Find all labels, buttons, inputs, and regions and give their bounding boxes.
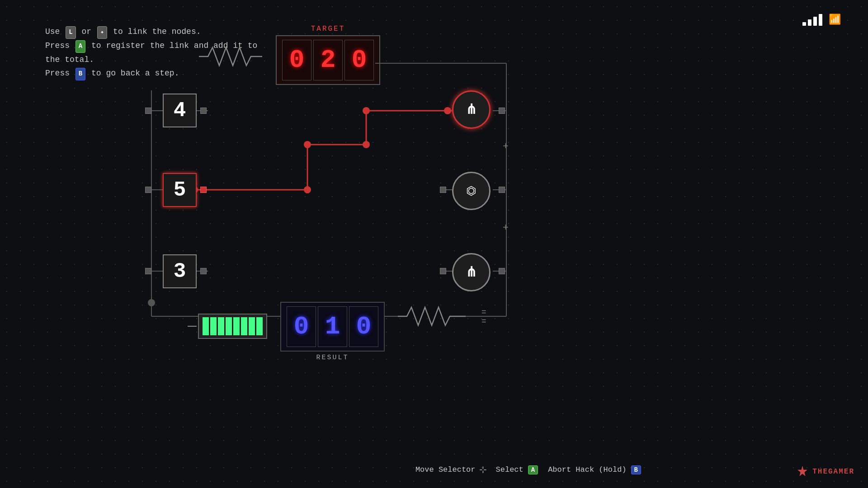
svg-point-34 — [148, 299, 155, 306]
target-digit-2: 0 — [344, 40, 374, 80]
grid-node — [145, 108, 151, 114]
signal-bar-3 — [813, 17, 817, 26]
signal-bar-2 — [808, 19, 811, 26]
grid-node — [499, 108, 505, 114]
grid-node — [499, 268, 505, 274]
grid-node — [440, 187, 446, 193]
grid-node — [145, 187, 151, 193]
target-digit-0: 0 — [282, 40, 311, 80]
move-selector-group: Move Selector ⊹ — [415, 464, 487, 475]
signal-bar-4 — [819, 14, 822, 26]
number-node-3[interactable]: 3 — [163, 254, 197, 288]
battery-bar-8 — [256, 317, 263, 335]
abort-label: Abort Hack (Hold) — [548, 465, 626, 474]
component-icon-top: ⋔ — [466, 101, 477, 118]
component-circle-middle[interactable]: ⏣ — [452, 172, 491, 210]
number-node-5[interactable]: 5 — [163, 173, 197, 207]
select-key-badge: A — [528, 465, 538, 474]
battery-bar-3 — [218, 317, 224, 335]
key-b: B — [75, 68, 85, 80]
battery-section — [188, 314, 267, 339]
result-section: 0 1 0 RESULT — [280, 302, 385, 361]
key-l: L — [66, 26, 75, 39]
instruction-line2b: the total. — [45, 53, 257, 67]
svg-point-20 — [304, 186, 311, 193]
battery-bar-1 — [203, 317, 209, 335]
grid-node — [145, 268, 151, 274]
component-icon-bottom: ⋔ — [466, 264, 477, 281]
instructions-panel: Use L or ✦ to link the nodes. Press A to… — [45, 25, 257, 80]
battery-bar-7 — [249, 317, 255, 335]
abort-group: Abort Hack (Hold) B — [548, 465, 642, 474]
svg-point-23 — [363, 107, 370, 114]
thegamer-logo: THEGAMER — [796, 465, 854, 478]
key-cross: ✦ — [97, 26, 107, 39]
move-selector-label: Move Selector — [415, 465, 476, 474]
target-label: TARGET — [276, 25, 380, 33]
selector-cross-icon: ⊹ — [479, 464, 487, 475]
svg-point-22 — [304, 141, 311, 148]
component-circle-bottom[interactable]: ⋔ — [452, 253, 491, 291]
battery-bar-2 — [210, 317, 217, 335]
svg-text:=: = — [481, 316, 486, 325]
key-a: A — [75, 40, 85, 53]
bottom-bar: Move Selector ⊹ Select A Abort Hack (Hol… — [415, 464, 642, 475]
battery-bar-5 — [233, 317, 240, 335]
grid-node — [200, 268, 207, 274]
result-label: RESULT — [280, 354, 385, 361]
grid-node-active — [200, 187, 207, 193]
result-digit-0: 0 — [287, 306, 316, 347]
svg-text:+: + — [503, 140, 509, 151]
select-group: Select A — [496, 465, 539, 474]
svg-text:+: + — [503, 221, 509, 233]
battery-terminal-left — [188, 326, 197, 327]
svg-point-21 — [363, 141, 370, 148]
svg-point-24 — [444, 107, 451, 114]
component-circle-top[interactable]: ⋔ — [452, 90, 491, 129]
battery-bar-6 — [241, 317, 247, 335]
result-digit-2: 0 — [349, 306, 378, 347]
battery-bar-4 — [226, 317, 232, 335]
wifi-icon: 📶 — [829, 14, 841, 26]
instruction-line3: Press B to go back a step. — [45, 66, 257, 80]
svg-marker-35 — [798, 466, 807, 476]
component-icon-middle: ⏣ — [466, 184, 476, 198]
instruction-line2: Press A to register the link and add it … — [45, 39, 257, 53]
logo-text: THEGAMER — [812, 468, 854, 476]
signal-bar-1 — [802, 22, 806, 26]
result-digit-1: 1 — [318, 306, 347, 347]
select-label: Select — [496, 465, 524, 474]
number-node-4[interactable]: 4 — [163, 94, 197, 127]
svg-text:=: = — [481, 307, 486, 316]
result-display: 0 1 0 — [280, 302, 385, 352]
grid-node — [200, 108, 207, 114]
abort-key-badge: B — [631, 465, 641, 474]
grid-node — [440, 268, 446, 274]
grid-node — [499, 187, 505, 193]
signal-bars: 📶 — [802, 14, 841, 26]
logo-icon — [796, 465, 809, 478]
target-digit-1: 2 — [313, 40, 343, 80]
battery-bars — [198, 314, 267, 339]
target-display: 0 2 0 — [276, 35, 380, 85]
instruction-line1: Use L or ✦ to link the nodes. — [45, 25, 257, 39]
target-section: TARGET 0 2 0 — [276, 25, 380, 85]
